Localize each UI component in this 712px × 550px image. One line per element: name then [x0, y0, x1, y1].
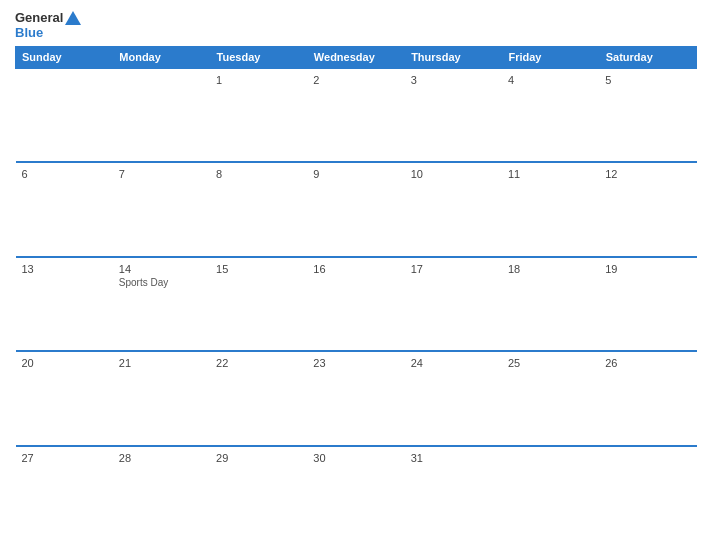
calendar-day-cell: 5 [599, 68, 696, 162]
day-number: 6 [22, 168, 107, 180]
day-number: 13 [22, 263, 107, 275]
logo-blue-text: Blue [15, 25, 43, 40]
calendar-day-cell: 21 [113, 351, 210, 445]
calendar-day-cell: 3 [405, 68, 502, 162]
calendar-day-cell: 14Sports Day [113, 257, 210, 351]
day-number: 3 [411, 74, 496, 86]
day-number: 18 [508, 263, 593, 275]
calendar-day-cell: 2 [307, 68, 404, 162]
day-number: 7 [119, 168, 204, 180]
calendar-day-cell: 25 [502, 351, 599, 445]
day-number: 22 [216, 357, 301, 369]
day-number: 31 [411, 452, 496, 464]
calendar-body: 1234567891011121314Sports Day15161718192… [16, 68, 697, 540]
day-number: 23 [313, 357, 398, 369]
logo-general-text: General [15, 10, 63, 25]
holiday-name: Sports Day [119, 277, 204, 288]
calendar-day-cell: 6 [16, 162, 113, 256]
calendar-day-cell: 4 [502, 68, 599, 162]
day-number: 14 [119, 263, 204, 275]
day-number: 9 [313, 168, 398, 180]
calendar-day-cell: 12 [599, 162, 696, 256]
day-number: 24 [411, 357, 496, 369]
calendar-day-cell [113, 68, 210, 162]
day-of-week-header: Saturday [599, 47, 696, 69]
day-number: 30 [313, 452, 398, 464]
calendar-week-row: 12345 [16, 68, 697, 162]
calendar-day-cell: 24 [405, 351, 502, 445]
calendar-day-cell: 16 [307, 257, 404, 351]
calendar-day-cell: 28 [113, 446, 210, 540]
day-number: 20 [22, 357, 107, 369]
days-of-week-row: SundayMondayTuesdayWednesdayThursdayFrid… [16, 47, 697, 69]
calendar-day-cell [502, 446, 599, 540]
logo-triangle-icon [65, 11, 81, 25]
calendar-day-cell: 7 [113, 162, 210, 256]
page-header: GeneralBlue [15, 10, 697, 40]
day-of-week-header: Thursday [405, 47, 502, 69]
calendar-day-cell: 27 [16, 446, 113, 540]
day-of-week-header: Sunday [16, 47, 113, 69]
calendar-week-row: 1314Sports Day1516171819 [16, 257, 697, 351]
day-number: 5 [605, 74, 690, 86]
day-number: 8 [216, 168, 301, 180]
day-number: 2 [313, 74, 398, 86]
calendar-day-cell: 19 [599, 257, 696, 351]
day-number: 1 [216, 74, 301, 86]
day-of-week-header: Friday [502, 47, 599, 69]
day-number: 29 [216, 452, 301, 464]
calendar-day-cell [16, 68, 113, 162]
calendar-day-cell: 29 [210, 446, 307, 540]
calendar-day-cell: 18 [502, 257, 599, 351]
day-number: 28 [119, 452, 204, 464]
day-number: 19 [605, 263, 690, 275]
calendar-day-cell: 10 [405, 162, 502, 256]
calendar-day-cell: 26 [599, 351, 696, 445]
calendar-day-cell: 15 [210, 257, 307, 351]
calendar-table: SundayMondayTuesdayWednesdayThursdayFrid… [15, 46, 697, 540]
calendar-day-cell: 22 [210, 351, 307, 445]
day-number: 26 [605, 357, 690, 369]
day-number: 17 [411, 263, 496, 275]
calendar-day-cell [599, 446, 696, 540]
calendar-day-cell: 20 [16, 351, 113, 445]
day-number: 25 [508, 357, 593, 369]
day-number: 27 [22, 452, 107, 464]
day-number: 16 [313, 263, 398, 275]
calendar-day-cell: 9 [307, 162, 404, 256]
calendar-day-cell: 31 [405, 446, 502, 540]
day-of-week-header: Monday [113, 47, 210, 69]
logo: GeneralBlue [15, 10, 81, 40]
day-number: 21 [119, 357, 204, 369]
calendar-day-cell: 23 [307, 351, 404, 445]
calendar-header: SundayMondayTuesdayWednesdayThursdayFrid… [16, 47, 697, 69]
calendar-day-cell: 8 [210, 162, 307, 256]
day-number: 12 [605, 168, 690, 180]
day-number: 4 [508, 74, 593, 86]
day-of-week-header: Wednesday [307, 47, 404, 69]
calendar-week-row: 20212223242526 [16, 351, 697, 445]
day-number: 15 [216, 263, 301, 275]
day-number: 10 [411, 168, 496, 180]
calendar-day-cell: 1 [210, 68, 307, 162]
calendar-day-cell: 13 [16, 257, 113, 351]
calendar-day-cell: 30 [307, 446, 404, 540]
calendar-day-cell: 17 [405, 257, 502, 351]
day-number: 11 [508, 168, 593, 180]
calendar-week-row: 6789101112 [16, 162, 697, 256]
day-of-week-header: Tuesday [210, 47, 307, 69]
calendar-week-row: 2728293031 [16, 446, 697, 540]
calendar-day-cell: 11 [502, 162, 599, 256]
